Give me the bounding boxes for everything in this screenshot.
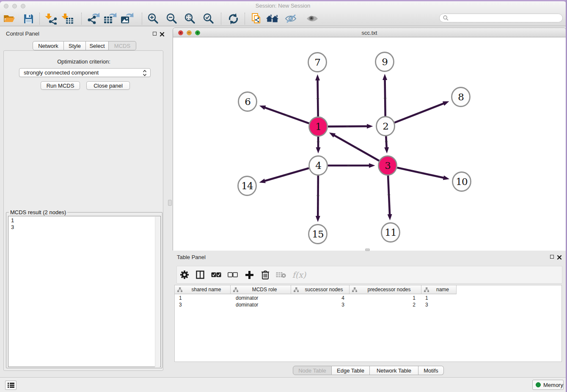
mcds-panel: Optimization criterion: strongly connect… [3, 50, 163, 371]
hide-selected-icon[interactable] [284, 12, 298, 25]
edge-arrowhead [443, 101, 449, 105]
control-panel-title: Control Panel [6, 30, 39, 37]
mcds-result-label: MCDS result (2 nodes) [9, 209, 67, 215]
export-table-icon[interactable] [103, 12, 117, 25]
table-tab-motifs[interactable]: Motifs [418, 366, 444, 375]
table-cell: dominator [231, 301, 291, 308]
toolbar-separator [81, 13, 82, 25]
optimization-criterion-select[interactable]: strongly connected component [19, 68, 151, 77]
toolbar-separator [245, 13, 245, 25]
home-layout-icon[interactable] [266, 12, 279, 25]
mcds-result-values: 1 3 [11, 217, 14, 231]
table-panel-close-button[interactable] [557, 254, 562, 262]
column-type-icon [352, 287, 357, 292]
edge-arrowhead [316, 216, 320, 222]
dropdown-stepper-icon [143, 70, 147, 77]
table-cell: 3 [421, 301, 457, 308]
edge-arrowhead [329, 133, 336, 138]
status-bar [0, 377, 566, 392]
control-tab-style[interactable]: Style [64, 41, 86, 50]
column-header-successor-nodes[interactable]: successor nodes [291, 285, 350, 294]
edge-label-mark [355, 148, 358, 149]
window-title: Session: New Session [0, 3, 566, 9]
network-window-titlebar[interactable]: scc.txt [173, 28, 566, 37]
edge-arrowhead [259, 105, 266, 110]
graph-node-label: 4 [315, 160, 321, 171]
control-panel-float-button[interactable] [153, 32, 157, 36]
graph-node-label: 10 [456, 176, 468, 187]
optimization-criterion-label: Optimization criterion: [4, 58, 164, 65]
control-panel-tabs: NetworkStyleSelectMCDS [33, 41, 136, 50]
table-row[interactable]: 1dominator411 [175, 295, 457, 301]
table-tab-edge-table[interactable]: Edge Table [332, 366, 370, 375]
control-tab-mcds[interactable]: MCDS [109, 41, 136, 50]
add-column-icon[interactable] [242, 266, 257, 283]
copy-network-icon[interactable] [250, 12, 264, 25]
column-selector-icon[interactable] [193, 266, 208, 283]
save-session-icon[interactable] [22, 12, 35, 25]
select-all-icon[interactable] [209, 266, 224, 283]
run-mcds-button[interactable]: Run MCDS [41, 81, 80, 90]
control-tab-select[interactable]: Select [86, 41, 109, 50]
horizontal-splitter-handle[interactable] [365, 248, 370, 251]
search-icon [443, 15, 449, 21]
column-header-MCDS-role[interactable]: MCDS role [231, 285, 291, 294]
network-view-window: scc.txt 1234678910111415 [173, 28, 566, 251]
open-file-icon[interactable] [3, 12, 16, 25]
table-panel-tabs: Node TableEdge TableNetwork TableMotifs [293, 366, 444, 375]
zoom-fit-icon[interactable] [183, 12, 197, 25]
memory-label: Memory [543, 382, 563, 388]
zoom-selected-icon[interactable] [202, 12, 215, 25]
column-header-predecessor-nodes[interactable]: predecessor nodes [350, 285, 421, 294]
close-panel-button[interactable]: Close panel [86, 81, 130, 90]
show-all-icon[interactable] [306, 12, 319, 25]
refresh-view-icon[interactable] [226, 12, 240, 25]
function-builder-icon[interactable]: f(x) [290, 266, 308, 283]
edge-label-mark [346, 126, 349, 127]
mcds-result-group: MCDS result (2 nodes) 1 3 [6, 212, 162, 368]
column-type-icon [294, 287, 299, 292]
deselect-all-icon[interactable] [225, 266, 240, 283]
graph-node-label: 1 [315, 121, 321, 132]
list-icon [8, 382, 14, 388]
import-network-icon[interactable] [44, 12, 58, 25]
graph-node-label: 8 [458, 91, 464, 102]
table-cell: 1 [175, 295, 231, 301]
table-panel-float-button[interactable] [550, 255, 554, 259]
memory-button[interactable]: Memory [532, 380, 564, 390]
zoom-in-icon[interactable] [146, 12, 160, 25]
import-table-icon[interactable] [61, 12, 74, 25]
delete-table-icon[interactable] [273, 266, 289, 283]
export-network-icon[interactable] [86, 12, 100, 25]
table-tab-network-table[interactable]: Network Table [370, 366, 418, 375]
export-image-icon[interactable] [120, 12, 134, 25]
edge-arrowhead [316, 147, 321, 154]
zoom-out-icon[interactable] [165, 12, 179, 25]
control-tab-network[interactable]: Network [33, 41, 64, 50]
search-input[interactable] [439, 14, 563, 22]
control-panel-close-button[interactable] [160, 31, 165, 39]
table-cell: 3 [291, 301, 350, 308]
table-tab-node-table[interactable]: Node Table [293, 366, 332, 375]
edge-arrowhead [384, 147, 389, 154]
edge-label-mark [388, 194, 390, 195]
table-cell: 3 [175, 301, 231, 308]
graph-node-label: 11 [385, 227, 396, 238]
settings-gear-icon[interactable] [177, 266, 192, 283]
vertical-splitter-handle[interactable] [168, 200, 172, 206]
edge-label-mark [385, 141, 388, 142]
toolbar-separator [142, 13, 142, 25]
mcds-result-box[interactable]: 1 3 [8, 216, 161, 367]
graph-node-label: 6 [245, 96, 250, 107]
delete-column-icon[interactable] [258, 266, 273, 283]
network-canvas[interactable]: 1234678910111415 [173, 38, 566, 251]
column-header-name[interactable]: name [421, 285, 457, 294]
task-history-button[interactable] [5, 381, 17, 390]
edge-arrowhead [383, 74, 387, 80]
table-row[interactable]: 3dominator323 [175, 301, 457, 308]
edge-label-mark [317, 141, 319, 142]
column-header-shared-name[interactable]: shared name [175, 285, 231, 294]
graph-node-label: 7 [314, 57, 320, 68]
table-cell: 4 [291, 295, 350, 301]
result-scrollbar[interactable] [155, 217, 160, 367]
